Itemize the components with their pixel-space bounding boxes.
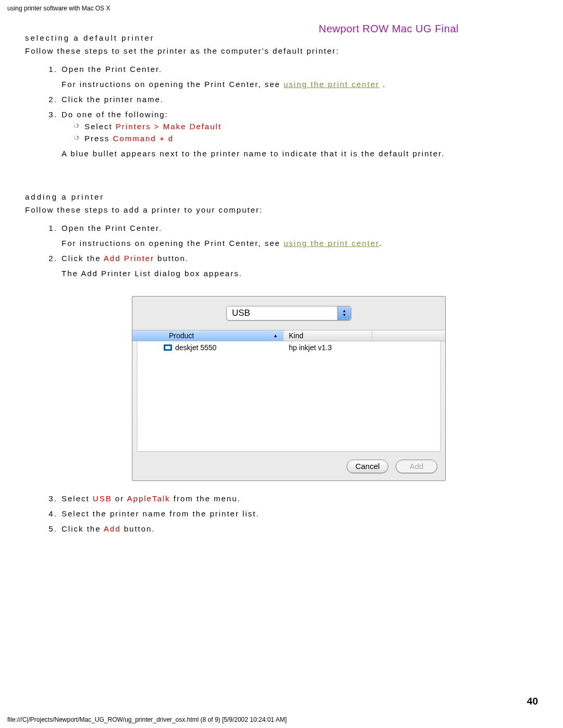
page-header: using printer software with Mac OS X <box>7 5 110 12</box>
step-text: Open the Print Center. <box>62 224 162 232</box>
printer-icon <box>164 344 172 351</box>
link-using-print-center[interactable]: using the print center <box>284 80 380 89</box>
page-number: 40 <box>527 696 538 707</box>
intro-text: Follow these steps to add a printer to y… <box>25 205 525 214</box>
step-2: Click the Add Printer button. The Add Pr… <box>60 254 525 481</box>
text: from the menu. <box>170 494 241 503</box>
step-5: Click the Add button. <box>60 524 525 533</box>
step-body: For instructions on opening the Print Ce… <box>62 239 525 248</box>
sort-indicator-icon: ▲ <box>273 333 278 338</box>
cell-kind: hp inkjet v1.3 <box>284 343 440 352</box>
step-3: Select USB or AppleTalk from the menu. <box>60 494 525 503</box>
text: For instructions on opening the Print Ce… <box>62 239 284 248</box>
text: . <box>379 239 382 248</box>
step-text: Do one of the following: <box>62 110 168 119</box>
step-1: Open the Print Center. For instructions … <box>60 224 525 248</box>
step-1: Open the Print Center. For instructions … <box>60 65 525 89</box>
dialog-screenshot: USB ▲▼ Product ▲ Kind <box>132 296 446 481</box>
table-row[interactable]: deskjet 5550 hp inkjet v1.3 <box>138 341 440 354</box>
text: Click the <box>62 524 104 533</box>
col-header-kind[interactable]: Kind <box>284 330 372 341</box>
dialog-top-bar: USB ▲▼ <box>132 297 445 330</box>
popup-arrows-icon: ▲▼ <box>337 306 351 320</box>
step-3: Do one of the following: Select Printers… <box>60 110 525 158</box>
col-label: Product <box>169 331 194 340</box>
section-heading-select-default: selecting a default printer <box>25 33 525 42</box>
text: or <box>112 494 127 503</box>
cancel-button[interactable]: Cancel <box>347 460 388 473</box>
col-label: Kind <box>289 331 303 340</box>
steps-list-1: Open the Print Center. For instructions … <box>25 65 525 158</box>
add-printer-dialog: USB ▲▼ Product ▲ Kind <box>132 296 446 481</box>
add-printer-red: Add Printer <box>104 254 154 263</box>
column-headers: Product ▲ Kind <box>132 330 445 341</box>
result-text: A blue bullet appears next to the printe… <box>62 149 525 158</box>
sub-item: Press Command + d <box>74 134 525 143</box>
dialog-button-bar: Cancel Add <box>132 452 445 480</box>
printer-list[interactable]: deskjet 5550 hp inkjet v1.3 <box>137 341 441 452</box>
step-4: Select the printer name from the printer… <box>60 509 525 518</box>
menu-path-red: Printers > Make Default <box>116 122 222 131</box>
text: For instructions on opening the Print Ce… <box>62 80 284 89</box>
appletalk-red: AppleTalk <box>127 494 170 503</box>
text: . <box>380 80 386 89</box>
cell-product: deskjet 5550 <box>138 343 284 352</box>
intro-text: Follow these steps to set the printer as… <box>25 46 525 55</box>
product-name: deskjet 5550 <box>175 343 216 352</box>
link-using-print-center[interactable]: using the print center <box>284 239 379 248</box>
text: Select <box>84 122 116 131</box>
text: button. <box>154 254 189 263</box>
col-header-product[interactable]: Product ▲ <box>132 330 284 341</box>
text: Press <box>84 134 113 143</box>
connection-popup[interactable]: USB ▲▼ <box>226 306 351 320</box>
add-red: Add <box>104 524 121 533</box>
shortcut-red: Command + d <box>113 134 174 143</box>
text: button. <box>121 524 155 533</box>
document-content: selecting a default printer Follow these… <box>25 27 525 539</box>
footer-file-path: file:///C|/Projects/Newport/Mac_UG_ROW/u… <box>7 716 287 723</box>
sub-item: Select Printers > Make Default <box>74 122 525 131</box>
step-2: Click the printer name. <box>60 95 525 104</box>
text: Click the <box>62 254 104 263</box>
steps-list-2: Open the Print Center. For instructions … <box>25 224 525 533</box>
step-text: Open the Print Center. <box>62 65 162 73</box>
add-button[interactable]: Add <box>396 460 437 473</box>
sub-list: Select Printers > Make Default Press Com… <box>62 122 525 143</box>
step-sub-text: The Add Printer List dialog box appears. <box>62 269 525 278</box>
step-body: For instructions on opening the Print Ce… <box>62 80 525 89</box>
usb-red: USB <box>93 494 112 503</box>
popup-value: USB <box>232 308 250 318</box>
section-heading-adding-printer: adding a printer <box>25 192 525 201</box>
text: Select <box>62 494 93 503</box>
